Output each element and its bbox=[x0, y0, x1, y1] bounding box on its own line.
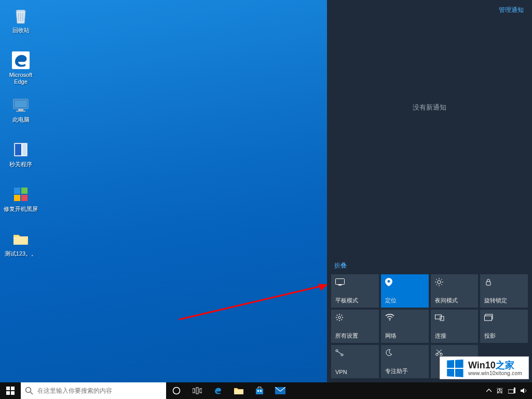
svg-rect-48 bbox=[11, 387, 15, 390]
search-input[interactable] bbox=[37, 387, 162, 394]
folder-icon bbox=[10, 229, 31, 249]
svg-rect-39 bbox=[485, 316, 492, 321]
taskbar-spacer bbox=[291, 382, 482, 399]
desktop-icon-edge[interactable]: Microsoft Edge bbox=[1, 47, 40, 91]
desktop-icon-label: Microsoft Edge bbox=[1, 71, 40, 85]
task-view-button[interactable] bbox=[187, 382, 208, 399]
tray-network-icon[interactable] bbox=[508, 388, 515, 394]
tile-all-settings[interactable]: 所有设置 bbox=[331, 310, 379, 343]
svg-rect-59 bbox=[260, 390, 262, 392]
tile-project[interactable]: 投影 bbox=[480, 310, 528, 343]
svg-rect-50 bbox=[11, 391, 15, 395]
watermark-badge: Win10之家 www.win10xitong.com bbox=[440, 356, 529, 379]
tile-location[interactable]: 定位 bbox=[381, 274, 429, 308]
action-center-body: 没有新通知 bbox=[327, 20, 532, 257]
connect-icon bbox=[435, 313, 474, 322]
system-tray: 㐁 bbox=[482, 382, 532, 399]
collapse-link[interactable]: 折叠 bbox=[327, 257, 532, 274]
svg-rect-15 bbox=[338, 285, 342, 286]
desktop-icon-this-pc[interactable]: 此电脑 bbox=[1, 91, 40, 136]
tile-connect[interactable]: 连接 bbox=[431, 310, 479, 343]
windows-logo-icon bbox=[447, 360, 463, 377]
monitor-icon bbox=[10, 95, 31, 115]
start-button[interactable] bbox=[0, 382, 21, 399]
svg-rect-8 bbox=[14, 188, 20, 194]
taskbar-mail[interactable] bbox=[270, 382, 291, 399]
svg-rect-56 bbox=[200, 389, 202, 393]
svg-rect-2 bbox=[15, 100, 27, 108]
desktop-wallpaper: 回收站 Microsoft Edge 此电脑 bbox=[0, 0, 532, 399]
desktop-icon-sec-shutdown[interactable]: 秒关程序 bbox=[1, 136, 40, 181]
svg-line-23 bbox=[436, 284, 437, 285]
taskbar-file-explorer[interactable] bbox=[228, 382, 249, 399]
svg-line-21 bbox=[436, 279, 437, 280]
tile-night-light[interactable]: 夜间模式 bbox=[431, 274, 479, 308]
app-icon bbox=[10, 139, 31, 160]
recycle-bin-icon bbox=[10, 5, 31, 26]
svg-rect-62 bbox=[514, 388, 515, 393]
taskbar-store[interactable] bbox=[249, 382, 270, 399]
svg-marker-13 bbox=[318, 284, 327, 291]
tray-chevron-up-icon[interactable] bbox=[486, 389, 492, 393]
tile-label: 专注助手 bbox=[385, 367, 425, 375]
svg-line-42 bbox=[338, 352, 342, 354]
wifi-icon bbox=[385, 313, 425, 322]
sun-icon bbox=[435, 277, 474, 287]
desktop-icon-label: 此电脑 bbox=[11, 115, 31, 123]
manage-notifications-link[interactable]: 管理通知 bbox=[499, 6, 524, 15]
edge-icon bbox=[10, 50, 31, 71]
tile-label: 所有设置 bbox=[335, 332, 375, 340]
svg-point-40 bbox=[336, 350, 338, 352]
svg-rect-11 bbox=[21, 195, 28, 201]
app-icon bbox=[10, 184, 31, 205]
tile-focus-assist[interactable]: 专注助手 bbox=[381, 345, 429, 378]
svg-rect-57 bbox=[234, 390, 243, 394]
tile-label: 旋转锁定 bbox=[484, 297, 524, 304]
watermark-url: www.win10xitong.com bbox=[468, 370, 522, 376]
desktop-icon-label: 回收站 bbox=[11, 26, 31, 34]
taskbar-edge[interactable] bbox=[208, 382, 228, 399]
desktop-icon-fix-boot[interactable]: 修复开机黑屏 bbox=[1, 181, 40, 225]
svg-line-24 bbox=[441, 279, 442, 280]
tile-network[interactable]: 网络 bbox=[381, 310, 429, 343]
svg-rect-25 bbox=[486, 282, 490, 285]
svg-point-53 bbox=[173, 388, 180, 394]
action-center-panel: 管理通知 没有新通知 折叠 平板模式 定位 bbox=[327, 0, 532, 382]
rotation-lock-icon bbox=[484, 277, 524, 287]
tile-label: 平板模式 bbox=[335, 297, 375, 304]
svg-rect-55 bbox=[196, 388, 198, 394]
svg-rect-14 bbox=[336, 279, 345, 285]
svg-line-33 bbox=[337, 320, 337, 320]
svg-line-34 bbox=[342, 315, 342, 315]
taskbar: 㐁 bbox=[0, 382, 532, 399]
location-icon bbox=[385, 277, 425, 287]
tile-label: 连接 bbox=[435, 332, 474, 340]
taskbar-search[interactable] bbox=[21, 382, 166, 399]
svg-rect-9 bbox=[21, 188, 28, 194]
watermark-title: Win10之家 bbox=[468, 361, 522, 371]
svg-rect-61 bbox=[508, 390, 514, 393]
tablet-icon bbox=[335, 277, 375, 287]
tile-rotation-lock[interactable]: 旋转锁定 bbox=[480, 274, 528, 308]
cortana-button[interactable] bbox=[166, 382, 187, 399]
tile-label: VPN bbox=[335, 369, 375, 375]
svg-line-52 bbox=[31, 392, 33, 395]
tile-label: 夜间模式 bbox=[435, 297, 474, 304]
svg-point-41 bbox=[341, 354, 343, 356]
annotation-arrow bbox=[174, 275, 340, 327]
svg-point-51 bbox=[26, 388, 31, 393]
tray-ime-icon[interactable]: 㐁 bbox=[497, 387, 503, 395]
svg-rect-54 bbox=[193, 389, 195, 393]
svg-rect-3 bbox=[18, 109, 23, 111]
svg-rect-58 bbox=[257, 390, 259, 392]
tile-tablet-mode[interactable]: 平板模式 bbox=[331, 274, 379, 308]
tile-vpn[interactable]: VPN bbox=[331, 345, 379, 378]
svg-line-12 bbox=[179, 285, 327, 320]
svg-line-32 bbox=[342, 320, 342, 320]
tray-volume-icon[interactable] bbox=[521, 388, 528, 394]
desktop-icon-label: 修复开机黑屏 bbox=[3, 205, 39, 212]
desktop-icon-test-folder[interactable]: 测试123。。 bbox=[1, 225, 40, 270]
desktop-icon-recycle-bin[interactable]: 回收站 bbox=[1, 2, 40, 47]
svg-line-31 bbox=[337, 315, 337, 315]
tile-label: 网络 bbox=[385, 332, 425, 340]
